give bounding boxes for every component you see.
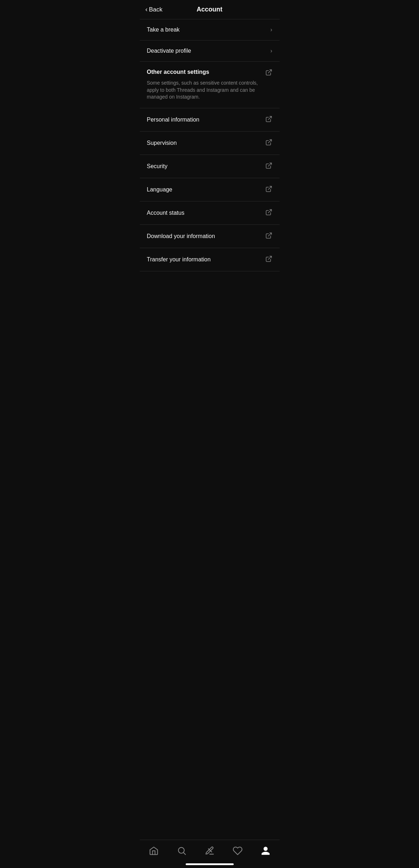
chevron-right-icon: › [270,48,272,54]
menu-item-security[interactable]: Security [140,155,280,178]
external-link-icon [265,115,272,124]
external-link-icon [265,69,272,77]
svg-line-0 [268,70,271,73]
menu-item-deactivate-profile[interactable]: Deactivate profile › [140,41,280,62]
transfer-information-label: Transfer your information [147,256,261,263]
external-link-icon [265,255,272,264]
external-link-icon [265,232,272,241]
svg-line-7 [268,256,271,259]
external-link-icon [265,209,272,217]
download-information-label: Download your information [147,233,261,239]
external-link-icon [265,162,272,171]
svg-line-2 [268,139,271,143]
external-menu-list: Personal information Supervision Securit… [140,108,280,271]
menu-item-download-information[interactable]: Download your information [140,225,280,248]
svg-line-3 [268,163,271,166]
svg-line-4 [268,186,271,189]
menu-item-language[interactable]: Language [140,178,280,201]
svg-line-1 [268,116,271,119]
account-status-label: Account status [147,210,261,216]
back-button[interactable]: ‹ Back [146,4,163,15]
external-link-icon [265,139,272,147]
menu-item-transfer-information[interactable]: Transfer your information [140,248,280,271]
svg-line-6 [268,233,271,236]
other-account-settings-item[interactable]: Other account settings Some settings, su… [140,62,280,108]
page-title: Account [197,6,223,13]
other-settings-description: Some settings, such as sensitive content… [147,80,272,101]
menu-item-take-a-break[interactable]: Take a break › [140,19,280,41]
chevron-right-icon: › [270,27,272,33]
back-chevron-icon: ‹ [146,6,148,13]
header: ‹ Back Account [140,0,280,19]
language-label: Language [147,186,261,193]
menu-item-supervision[interactable]: Supervision [140,132,280,155]
security-label: Security [147,163,261,170]
svg-line-5 [268,209,271,213]
top-menu-list: Take a break › Deactivate profile › [140,19,280,62]
back-label: Back [149,6,163,13]
external-link-icon [265,185,272,194]
deactivate-profile-label: Deactivate profile [147,48,266,54]
take-a-break-label: Take a break [147,27,266,33]
menu-item-account-status[interactable]: Account status [140,201,280,225]
supervision-label: Supervision [147,140,261,146]
menu-item-personal-information[interactable]: Personal information [140,108,280,132]
other-settings-title: Other account settings [147,69,209,75]
personal-information-label: Personal information [147,117,261,123]
other-settings-header: Other account settings [147,69,272,77]
